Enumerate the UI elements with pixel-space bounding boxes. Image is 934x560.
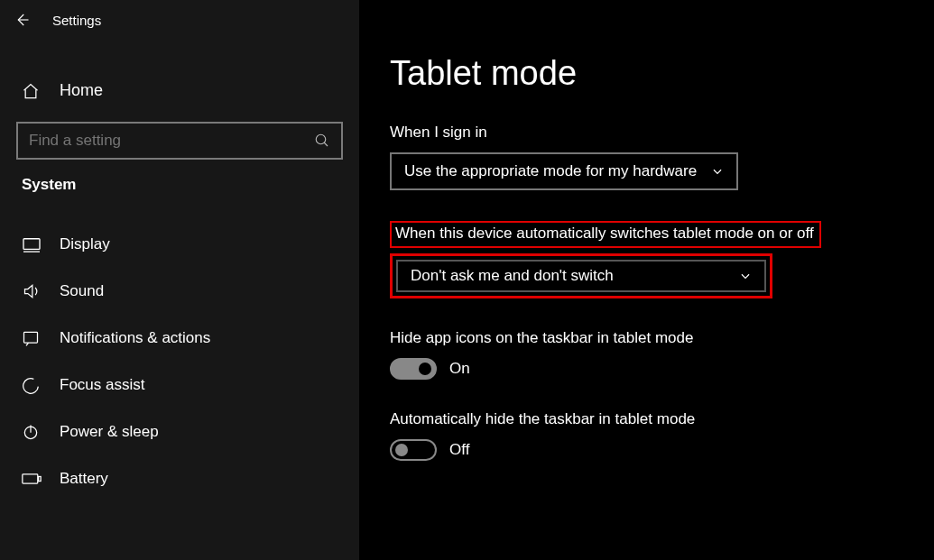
svg-point-0 [316, 134, 326, 144]
power-icon [22, 423, 42, 441]
back-icon[interactable] [13, 11, 31, 29]
home-label: Home [60, 81, 103, 100]
sidebar-item-label: Display [60, 235, 110, 253]
hide-taskbar-label: Automatically hide the taskbar in tablet… [390, 410, 934, 428]
category-label: System [0, 160, 359, 197]
chevron-down-icon [739, 270, 752, 282]
sidebar-item-notifications[interactable]: Notifications & actions [0, 315, 359, 362]
sidebar-item-label: Battery [60, 470, 108, 488]
chevron-down-icon [711, 165, 724, 178]
sidebar-item-home[interactable]: Home [0, 72, 359, 109]
sidebar-item-label: Sound [60, 282, 104, 300]
svg-rect-4 [23, 474, 38, 483]
display-icon [22, 236, 42, 252]
page-title: Tablet mode [390, 54, 934, 93]
signin-combo[interactable]: Use the appropriate mode for my hardware [390, 152, 738, 190]
nav: Display Sound Notifications & actions Fo… [0, 221, 359, 502]
sidebar-item-sound[interactable]: Sound [0, 268, 359, 315]
svg-rect-5 [39, 476, 42, 481]
sidebar-item-battery[interactable]: Battery [0, 455, 359, 502]
header: Settings [0, 0, 359, 38]
notifications-icon [22, 329, 42, 347]
switch-combo[interactable]: Don't ask me and don't switch [396, 260, 766, 292]
switch-combo-highlight: Don't ask me and don't switch [390, 253, 772, 298]
sidebar-item-focus[interactable]: Focus assist [0, 362, 359, 409]
sidebar-item-label: Power & sleep [60, 423, 159, 441]
sidebar: Settings Home System Display Sound [0, 0, 359, 560]
search-input[interactable] [16, 122, 343, 160]
sound-icon [22, 282, 42, 300]
signin-label: When I sign in [390, 124, 934, 142]
hide-icons-label: Hide app icons on the taskbar in tablet … [390, 329, 934, 347]
setting-hide-taskbar: Automatically hide the taskbar in tablet… [390, 410, 934, 461]
settings-title: Settings [52, 13, 101, 28]
switch-value: Don't ask me and don't switch [411, 267, 614, 285]
setting-hide-icons: Hide app icons on the taskbar in tablet … [390, 329, 934, 380]
sidebar-item-power[interactable]: Power & sleep [0, 409, 359, 455]
switch-label: When this device automatically switches … [390, 221, 821, 248]
setting-switch: When this device automatically switches … [390, 221, 934, 298]
search-icon [314, 133, 330, 149]
svg-rect-2 [24, 332, 38, 343]
sidebar-item-label: Notifications & actions [60, 329, 210, 347]
hide-icons-toggle[interactable] [390, 358, 437, 380]
battery-icon [22, 473, 42, 485]
focus-icon [22, 376, 42, 394]
home-icon [22, 82, 42, 100]
hide-taskbar-value: Off [449, 441, 469, 459]
setting-signin: When I sign in Use the appropriate mode … [390, 124, 934, 190]
signin-value: Use the appropriate mode for my hardware [404, 162, 697, 180]
sidebar-item-display[interactable]: Display [0, 221, 359, 268]
search-container [16, 122, 343, 160]
sidebar-item-label: Focus assist [60, 376, 144, 394]
hide-taskbar-toggle[interactable] [390, 439, 437, 461]
main: Tablet mode When I sign in Use the appro… [359, 0, 934, 560]
svg-rect-1 [23, 239, 40, 250]
hide-icons-value: On [449, 360, 470, 378]
